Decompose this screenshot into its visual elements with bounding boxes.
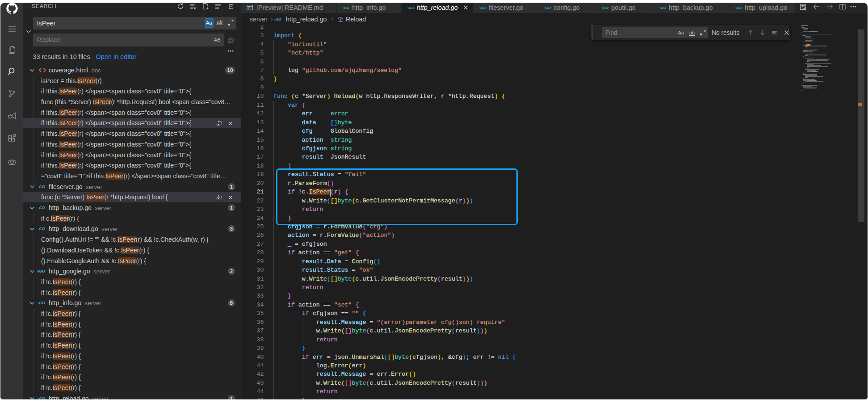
svg-text:GO: GO — [344, 6, 349, 10]
svg-text:GO: GO — [276, 17, 281, 21]
svg-text:GO: GO — [545, 6, 551, 10]
svg-text:GO: GO — [409, 6, 414, 10]
svg-text:GO: GO — [661, 6, 666, 10]
svg-text:GO: GO — [39, 396, 46, 399]
svg-text:GO: GO — [39, 206, 46, 210]
svg-text:GO: GO — [39, 185, 46, 189]
svg-text:GO: GO — [603, 6, 608, 10]
svg-text:GO: GO — [481, 6, 486, 10]
svg-text:GO: GO — [737, 6, 742, 10]
svg-text:GO: GO — [39, 269, 46, 273]
svg-text:GO: GO — [39, 227, 46, 231]
svg-text:ab: ab — [229, 40, 233, 43]
svg-text:GO: GO — [39, 301, 46, 305]
